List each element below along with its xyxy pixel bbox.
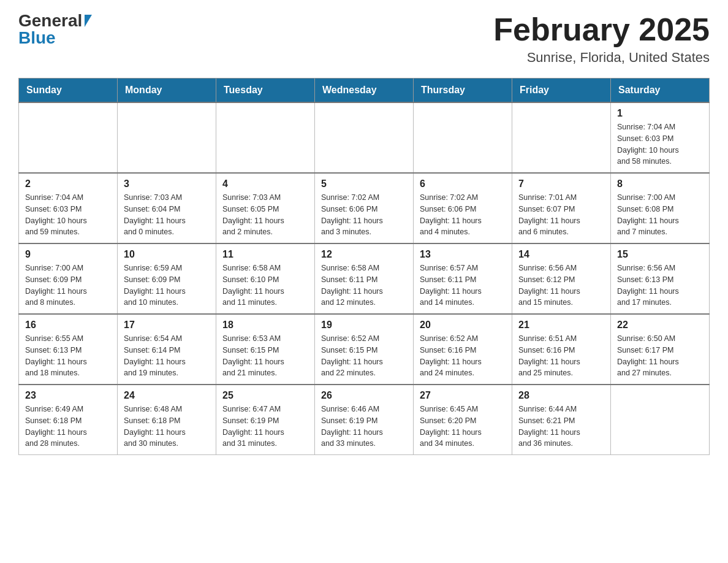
day-info: Sunrise: 6:59 AM Sunset: 6:09 PM Dayligh… [124,262,210,308]
month-year-title: February 2025 [493,12,710,47]
calendar-cell: 20Sunrise: 6:52 AM Sunset: 6:16 PM Dayli… [414,314,512,385]
calendar-cell: 12Sunrise: 6:58 AM Sunset: 6:11 PM Dayli… [315,243,414,314]
calendar-cell: 2Sunrise: 7:04 AM Sunset: 6:03 PM Daylig… [19,173,118,243]
day-info: Sunrise: 6:52 AM Sunset: 6:15 PM Dayligh… [321,333,407,379]
calendar-cell: 6Sunrise: 7:02 AM Sunset: 6:06 PM Daylig… [414,173,512,243]
logo: General Blue [18,12,92,47]
day-number: 23 [25,390,111,401]
calendar-cell: 19Sunrise: 6:52 AM Sunset: 6:15 PM Dayli… [315,314,414,385]
day-number: 20 [420,320,506,331]
calendar-cell [414,102,512,173]
calendar-cell [512,102,611,173]
calendar-header-friday: Friday [512,79,611,103]
calendar-cell [19,102,118,173]
calendar-cell: 27Sunrise: 6:45 AM Sunset: 6:20 PM Dayli… [414,385,512,455]
location-subtitle: Sunrise, Florida, United States [493,50,710,66]
day-info: Sunrise: 6:52 AM Sunset: 6:16 PM Dayligh… [420,333,506,379]
day-info: Sunrise: 6:55 AM Sunset: 6:13 PM Dayligh… [25,333,111,379]
calendar-cell: 26Sunrise: 6:46 AM Sunset: 6:19 PM Dayli… [315,385,414,455]
calendar-cell: 5Sunrise: 7:02 AM Sunset: 6:06 PM Daylig… [315,173,414,243]
calendar-week-row: 23Sunrise: 6:49 AM Sunset: 6:18 PM Dayli… [19,385,710,455]
day-info: Sunrise: 7:02 AM Sunset: 6:06 PM Dayligh… [321,192,407,238]
day-number: 7 [518,178,604,190]
day-number: 14 [518,249,604,260]
day-number: 12 [321,249,407,260]
calendar-header-monday: Monday [118,79,216,103]
day-info: Sunrise: 6:51 AM Sunset: 6:16 PM Dayligh… [518,333,604,379]
calendar-cell: 21Sunrise: 6:51 AM Sunset: 6:16 PM Dayli… [512,314,611,385]
day-info: Sunrise: 6:54 AM Sunset: 6:14 PM Dayligh… [124,333,210,379]
day-number: 25 [222,390,308,401]
day-info: Sunrise: 7:02 AM Sunset: 6:06 PM Dayligh… [420,192,506,238]
logo-blue-text: Blue [18,29,56,47]
day-number: 26 [321,390,407,401]
day-info: Sunrise: 7:04 AM Sunset: 6:03 PM Dayligh… [25,192,111,238]
calendar-cell: 11Sunrise: 6:58 AM Sunset: 6:10 PM Dayli… [216,243,315,314]
calendar-cell: 23Sunrise: 6:49 AM Sunset: 6:18 PM Dayli… [19,385,118,455]
day-number: 6 [420,178,506,190]
day-number: 22 [617,320,703,331]
calendar-week-row: 16Sunrise: 6:55 AM Sunset: 6:13 PM Dayli… [19,314,710,385]
calendar-cell: 22Sunrise: 6:50 AM Sunset: 6:17 PM Dayli… [611,314,710,385]
day-number: 17 [124,320,210,331]
day-info: Sunrise: 6:56 AM Sunset: 6:12 PM Dayligh… [518,262,604,308]
day-info: Sunrise: 7:00 AM Sunset: 6:09 PM Dayligh… [25,262,111,308]
day-number: 1 [617,108,703,119]
calendar-cell: 3Sunrise: 7:03 AM Sunset: 6:04 PM Daylig… [118,173,216,243]
day-number: 28 [518,390,604,401]
calendar-week-row: 1Sunrise: 7:04 AM Sunset: 6:03 PM Daylig… [19,102,710,173]
day-info: Sunrise: 6:58 AM Sunset: 6:11 PM Dayligh… [321,262,407,308]
calendar-cell [216,102,315,173]
calendar-week-row: 9Sunrise: 7:00 AM Sunset: 6:09 PM Daylig… [19,243,710,314]
calendar-header-tuesday: Tuesday [216,79,315,103]
day-number: 9 [25,249,111,260]
day-number: 21 [518,320,604,331]
calendar-cell: 9Sunrise: 7:00 AM Sunset: 6:09 PM Daylig… [19,243,118,314]
logo-triangle-icon [85,15,92,27]
day-info: Sunrise: 7:04 AM Sunset: 6:03 PM Dayligh… [617,121,703,167]
calendar-cell: 25Sunrise: 6:47 AM Sunset: 6:19 PM Dayli… [216,385,315,455]
calendar-table: SundayMondayTuesdayWednesdayThursdayFrid… [18,78,710,455]
calendar-cell: 1Sunrise: 7:04 AM Sunset: 6:03 PM Daylig… [611,102,710,173]
calendar-cell: 4Sunrise: 7:03 AM Sunset: 6:05 PM Daylig… [216,173,315,243]
calendar-week-row: 2Sunrise: 7:04 AM Sunset: 6:03 PM Daylig… [19,173,710,243]
calendar-cell: 28Sunrise: 6:44 AM Sunset: 6:21 PM Dayli… [512,385,611,455]
calendar-header-wednesday: Wednesday [315,79,414,103]
day-info: Sunrise: 6:44 AM Sunset: 6:21 PM Dayligh… [518,404,604,450]
calendar-cell: 10Sunrise: 6:59 AM Sunset: 6:09 PM Dayli… [118,243,216,314]
logo-general-text: General [18,12,82,29]
day-number: 5 [321,178,407,190]
day-info: Sunrise: 6:45 AM Sunset: 6:20 PM Dayligh… [420,404,506,450]
day-number: 15 [617,249,703,260]
calendar-cell: 13Sunrise: 6:57 AM Sunset: 6:11 PM Dayli… [414,243,512,314]
calendar-cell: 24Sunrise: 6:48 AM Sunset: 6:18 PM Dayli… [118,385,216,455]
calendar-cell: 17Sunrise: 6:54 AM Sunset: 6:14 PM Dayli… [118,314,216,385]
day-info: Sunrise: 6:50 AM Sunset: 6:17 PM Dayligh… [617,333,703,379]
calendar-cell: 14Sunrise: 6:56 AM Sunset: 6:12 PM Dayli… [512,243,611,314]
calendar-header-row: SundayMondayTuesdayWednesdayThursdayFrid… [19,79,710,103]
day-number: 18 [222,320,308,331]
day-info: Sunrise: 7:01 AM Sunset: 6:07 PM Dayligh… [518,192,604,238]
day-info: Sunrise: 6:57 AM Sunset: 6:11 PM Dayligh… [420,262,506,308]
day-info: Sunrise: 6:53 AM Sunset: 6:15 PM Dayligh… [222,333,308,379]
day-number: 19 [321,320,407,331]
calendar-header-thursday: Thursday [414,79,512,103]
day-info: Sunrise: 6:56 AM Sunset: 6:13 PM Dayligh… [617,262,703,308]
calendar-cell [118,102,216,173]
day-number: 16 [25,320,111,331]
day-info: Sunrise: 6:58 AM Sunset: 6:10 PM Dayligh… [222,262,308,308]
calendar-header-sunday: Sunday [19,79,118,103]
calendar-cell [611,385,710,455]
day-number: 24 [124,390,210,401]
day-number: 3 [124,178,210,190]
day-number: 10 [124,249,210,260]
day-info: Sunrise: 6:48 AM Sunset: 6:18 PM Dayligh… [124,404,210,450]
day-number: 8 [617,178,703,190]
page-header: General Blue February 2025 Sunrise, Flor… [18,12,710,66]
day-info: Sunrise: 7:00 AM Sunset: 6:08 PM Dayligh… [617,192,703,238]
day-number: 11 [222,249,308,260]
day-number: 13 [420,249,506,260]
title-block: February 2025 Sunrise, Florida, United S… [493,12,710,66]
calendar-cell: 18Sunrise: 6:53 AM Sunset: 6:15 PM Dayli… [216,314,315,385]
day-info: Sunrise: 6:49 AM Sunset: 6:18 PM Dayligh… [25,404,111,450]
